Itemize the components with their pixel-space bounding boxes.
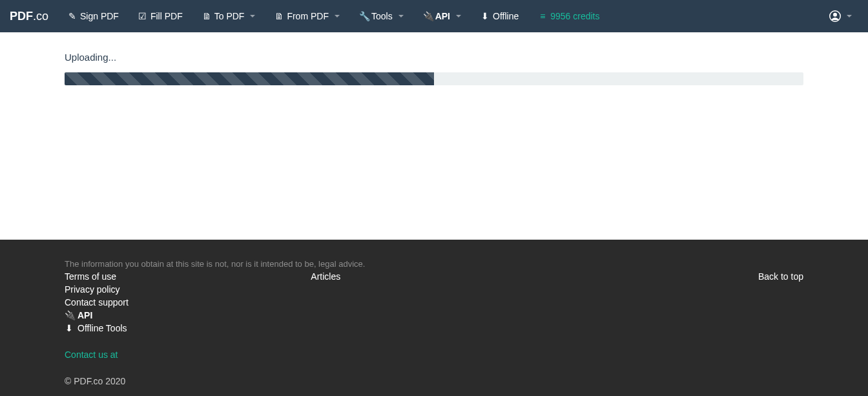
footer-col-right: Back to top xyxy=(557,271,803,333)
download-icon: ⬇ xyxy=(65,323,74,333)
logo-bold: PDF xyxy=(10,10,33,23)
caret-icon xyxy=(250,15,255,17)
main-content: Uploading... xyxy=(0,32,868,240)
progress-bar-fill xyxy=(65,72,434,85)
nav-credits[interactable]: ≡ 9956 credits xyxy=(528,1,609,31)
user-circle-icon xyxy=(829,10,841,22)
footer-col-left: Terms of use Privacy policy Contact supp… xyxy=(65,271,311,333)
nav-from-pdf[interactable]: 🗎 From PDF xyxy=(265,1,349,31)
download-icon: ⬇ xyxy=(480,11,490,21)
coins-icon: ≡ xyxy=(538,11,547,21)
caret-icon xyxy=(398,15,404,17)
nav-sign-label: Sign PDF xyxy=(80,11,119,21)
footer-columns: Terms of use Privacy policy Contact supp… xyxy=(65,271,803,333)
footer-back-to-top[interactable]: Back to top xyxy=(758,271,803,282)
navbar-right xyxy=(823,4,858,28)
plug-icon: 🔌 xyxy=(65,310,74,320)
check-square-icon: ☑ xyxy=(138,11,147,21)
upload-status: Uploading... xyxy=(65,52,803,63)
footer-support[interactable]: Contact support xyxy=(65,297,311,307)
progress-bar-track xyxy=(65,72,803,85)
nav-tools-label: Tools xyxy=(371,11,393,21)
footer-terms[interactable]: Terms of use xyxy=(65,271,311,282)
footer-articles[interactable]: Articles xyxy=(311,271,557,282)
footer-col-mid: Articles xyxy=(311,271,557,333)
file-icon: 🗎 xyxy=(274,11,284,21)
footer-offline-tools[interactable]: ⬇ Offline Tools xyxy=(65,323,311,333)
nav-sign-pdf[interactable]: ✎ Sign PDF xyxy=(58,1,129,31)
caret-icon xyxy=(847,15,852,17)
nav-topdf-label: To PDF xyxy=(214,11,245,21)
logo[interactable]: PDF.co xyxy=(10,10,58,23)
caret-icon xyxy=(335,15,340,17)
user-menu[interactable] xyxy=(823,4,858,28)
plug-icon: 🔌 xyxy=(423,11,432,21)
nav-api[interactable]: 🔌 API xyxy=(413,1,471,31)
navbar: PDF.co ✎ Sign PDF ☑ Fill PDF 🗎 To PDF 🗎 … xyxy=(0,0,868,32)
footer-api[interactable]: 🔌 API xyxy=(65,310,311,320)
footer-disclaimer: The information you obtain at this site … xyxy=(65,259,803,269)
navbar-left: PDF.co ✎ Sign PDF ☑ Fill PDF 🗎 To PDF 🗎 … xyxy=(10,1,610,31)
logo-light: .co xyxy=(33,10,48,23)
nav-tools[interactable]: 🔧 Tools xyxy=(349,1,413,31)
nav-offline[interactable]: ⬇ Offline xyxy=(471,1,528,31)
nav-fill-pdf[interactable]: ☑ Fill PDF xyxy=(129,1,192,31)
footer-contact[interactable]: Contact us at xyxy=(65,349,803,360)
file-icon: 🗎 xyxy=(202,11,211,21)
nav-fill-label: Fill PDF xyxy=(150,11,183,21)
footer-privacy[interactable]: Privacy policy xyxy=(65,284,311,295)
caret-icon xyxy=(456,15,461,17)
wrench-icon: 🔧 xyxy=(359,11,368,21)
nav-api-label: API xyxy=(435,11,450,21)
nav-credits-label: 9956 credits xyxy=(550,11,599,21)
pencil-icon: ✎ xyxy=(68,11,77,21)
nav-to-pdf[interactable]: 🗎 To PDF xyxy=(192,1,265,31)
svg-point-1 xyxy=(833,13,837,17)
footer-copyright: © PDF.co 2020 xyxy=(65,376,803,386)
nav-offline-label: Offline xyxy=(493,11,519,21)
footer: The information you obtain at this site … xyxy=(0,240,868,396)
nav-frompdf-label: From PDF xyxy=(287,11,329,21)
